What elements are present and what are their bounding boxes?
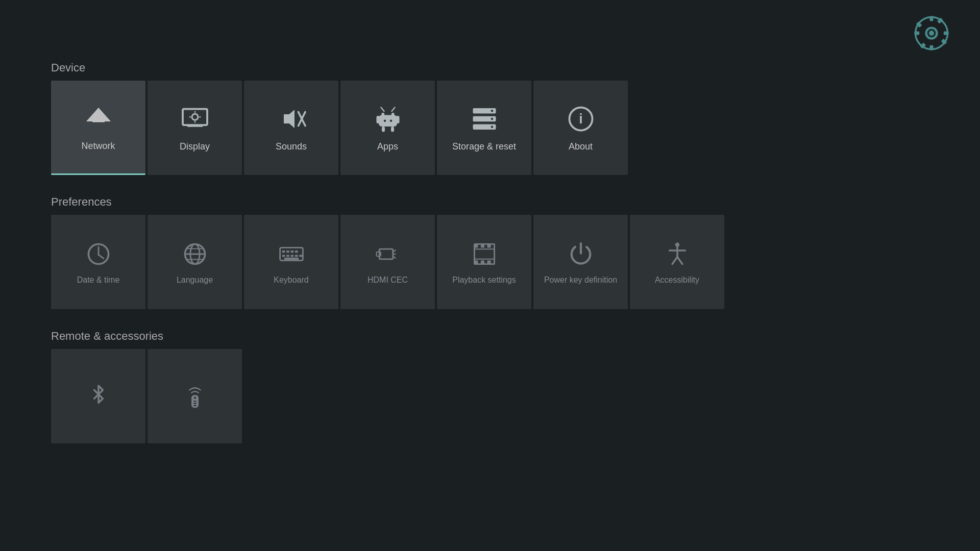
language-label: Language (177, 276, 213, 285)
device-section-title: Device (51, 61, 949, 74)
date-icon (84, 240, 113, 268)
svg-point-40 (491, 126, 493, 129)
svg-marker-21 (284, 110, 295, 128)
power-label: Power key definition (544, 276, 617, 285)
svg-rect-56 (282, 255, 285, 257)
display-label: Display (180, 141, 210, 152)
svg-rect-63 (376, 252, 380, 256)
svg-rect-71 (474, 260, 478, 264)
tile-storage[interactable]: Storage & reset (437, 81, 531, 175)
svg-rect-52 (282, 251, 285, 253)
svg-text:i: i (579, 111, 583, 127)
svg-rect-61 (284, 258, 299, 260)
svg-rect-70 (487, 244, 491, 247)
date-label: Date & time (77, 276, 120, 285)
preferences-section-title: Preferences (51, 195, 949, 209)
tile-playback[interactable]: Playback settings (437, 215, 531, 309)
svg-point-33 (383, 120, 386, 122)
svg-line-45 (99, 255, 104, 258)
svg-rect-55 (295, 251, 298, 253)
network-label: Network (81, 141, 115, 152)
tile-accessibility[interactable]: Accessibility (630, 215, 724, 309)
tile-apps[interactable]: Apps (340, 81, 435, 175)
svg-rect-69 (481, 244, 484, 247)
network-icon (83, 103, 114, 134)
svg-point-16 (192, 114, 198, 120)
svg-rect-57 (286, 255, 289, 257)
preferences-section: Preferences Date & time (51, 195, 949, 309)
sounds-icon (276, 104, 307, 134)
tile-display[interactable]: Display (148, 81, 242, 175)
tile-network[interactable]: Network (51, 81, 145, 175)
about-icon: i (566, 104, 596, 134)
svg-rect-53 (286, 251, 289, 253)
tile-hdmi[interactable]: HDMI CEC (340, 215, 435, 309)
svg-rect-15 (187, 125, 203, 127)
svg-rect-68 (474, 244, 478, 247)
svg-rect-84 (193, 403, 197, 404)
svg-point-39 (491, 118, 493, 120)
display-icon (180, 104, 210, 134)
svg-point-34 (389, 120, 392, 122)
hdmi-label: HDMI CEC (368, 276, 408, 285)
svg-rect-3 (914, 32, 919, 35)
device-tiles-row: Network Display (51, 81, 949, 175)
svg-line-31 (381, 108, 384, 112)
sounds-label: Sounds (276, 141, 307, 152)
svg-rect-73 (487, 260, 491, 264)
device-section: Device Network (51, 61, 949, 175)
svg-rect-28 (396, 116, 399, 123)
settings-gear-icon[interactable] (914, 15, 949, 51)
power-icon (567, 240, 595, 268)
svg-marker-13 (87, 108, 110, 120)
tile-remote[interactable] (148, 349, 242, 443)
hdmi-icon (374, 240, 402, 268)
accessibility-label: Accessibility (655, 276, 699, 285)
apps-label: Apps (377, 141, 398, 152)
svg-rect-30 (391, 127, 394, 132)
playback-icon (470, 240, 499, 268)
svg-line-32 (391, 108, 395, 112)
svg-rect-83 (193, 400, 197, 402)
svg-rect-58 (290, 255, 293, 257)
main-content: Device Network (51, 61, 949, 464)
svg-rect-72 (481, 260, 484, 264)
remote-section-title: Remote & accessories (51, 330, 949, 343)
svg-rect-59 (295, 255, 298, 257)
svg-point-82 (193, 396, 195, 398)
svg-point-38 (491, 110, 493, 112)
svg-rect-54 (290, 251, 293, 253)
storage-label: Storage & reset (452, 141, 516, 152)
preferences-tiles-row: Date & time Language (51, 215, 949, 309)
svg-rect-2 (930, 45, 934, 51)
keyboard-icon (277, 240, 306, 268)
keyboard-label: Keyboard (274, 276, 309, 285)
svg-line-80 (677, 257, 682, 264)
svg-line-79 (672, 257, 677, 264)
playback-label: Playback settings (452, 276, 516, 285)
svg-rect-4 (944, 32, 949, 35)
tile-power[interactable]: Power key definition (533, 215, 628, 309)
accessibility-icon (663, 240, 692, 268)
bluetooth-icon (84, 382, 113, 411)
remote-icon (181, 382, 209, 411)
remote-tiles-row (51, 349, 949, 443)
svg-rect-62 (379, 249, 393, 259)
svg-rect-85 (193, 405, 197, 406)
svg-rect-26 (379, 115, 397, 127)
tile-about[interactable]: i About (533, 81, 628, 175)
remote-section: Remote & accessories (51, 330, 949, 443)
tile-keyboard[interactable]: Keyboard (244, 215, 338, 309)
tile-sounds[interactable]: Sounds (244, 81, 338, 175)
svg-rect-1 (930, 16, 934, 21)
language-icon (181, 240, 209, 268)
svg-rect-27 (376, 116, 379, 123)
tile-bluetooth[interactable] (51, 349, 145, 443)
svg-rect-29 (382, 127, 385, 132)
tile-language[interactable]: Language (148, 215, 242, 309)
about-label: About (569, 141, 593, 152)
storage-icon (469, 104, 500, 134)
tile-date[interactable]: Date & time (51, 215, 145, 309)
svg-rect-60 (299, 255, 302, 257)
svg-point-11 (929, 31, 934, 36)
